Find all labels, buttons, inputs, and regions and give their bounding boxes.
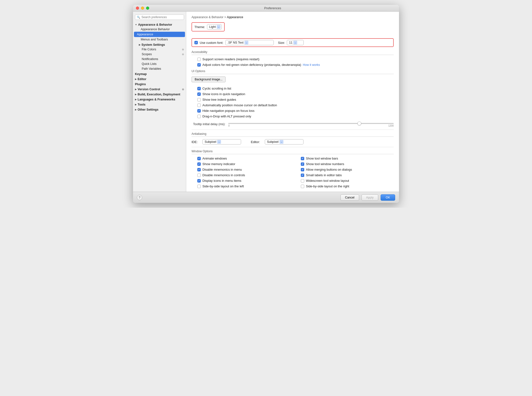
- sidebar-item-system-settings[interactable]: ▶ System Settings: [133, 42, 186, 47]
- widescreen-layout-row: Widescreen tool window layout: [295, 179, 394, 183]
- ok-button[interactable]: OK: [381, 194, 395, 201]
- tooltip-label: Tooltip initial delay (ms):: [192, 122, 225, 126]
- animate-windows-checkbox[interactable]: [197, 157, 201, 160]
- titlebar: Preferences: [133, 5, 399, 12]
- show-memory-checkbox[interactable]: [197, 162, 201, 166]
- size-select[interactable]: 11 ⌄: [287, 40, 304, 45]
- tooltip-slider-thumb[interactable]: [357, 122, 361, 125]
- sidebar-item-file-colors[interactable]: File Colors ⊕: [133, 47, 186, 52]
- size-chevron-icon[interactable]: ⌄: [293, 41, 297, 45]
- sidebar-item-plugins[interactable]: Plugins: [133, 81, 186, 86]
- font-chevron-icon[interactable]: ⌄: [244, 41, 248, 45]
- theme-row: Theme: Light ⌄: [192, 22, 225, 31]
- small-labels-row: Small labels in editor tabs: [295, 173, 394, 177]
- main-area: 🔍 ▼ Appearance & Behavior Appearance Beh…: [133, 12, 399, 192]
- how-it-works-link[interactable]: How it works: [303, 63, 320, 67]
- sidebar-item-build-exec-deploy-label: Build, Execution, Deployment: [138, 93, 180, 96]
- small-labels-checkbox[interactable]: [301, 174, 304, 177]
- footer-left: ?: [137, 195, 142, 200]
- display-icons-menu-checkbox[interactable]: [197, 179, 201, 183]
- window-options-section-title: Window Options: [192, 150, 394, 154]
- apply-button[interactable]: Apply: [362, 194, 378, 201]
- hide-nav-popups-row: Hide navigation popups on focus loss: [192, 109, 394, 113]
- tree-indent-checkbox[interactable]: [197, 98, 201, 101]
- minimize-button[interactable]: [141, 7, 144, 10]
- ide-antialias-chevron-icon[interactable]: ⌄: [217, 140, 221, 144]
- tooltip-slider-fill: [228, 123, 357, 124]
- side-by-side-left-row: Side-by-side layout on the left: [192, 184, 290, 188]
- show-tool-numbers-checkbox[interactable]: [301, 162, 304, 166]
- sidebar-item-other-settings[interactable]: ▶ Other Settings: [133, 107, 186, 112]
- hide-nav-popups-checkbox[interactable]: [197, 109, 201, 113]
- side-by-side-right-checkbox[interactable]: [301, 185, 304, 188]
- tooltip-slider-container: 0 1200: [228, 121, 394, 127]
- screen-readers-checkbox[interactable]: [197, 58, 201, 61]
- sidebar-item-editor[interactable]: ▶ Editor: [133, 76, 186, 81]
- footer-right: Cancel Apply OK: [340, 194, 395, 201]
- cyclic-scrolling-checkbox[interactable]: [197, 87, 201, 90]
- cancel-button[interactable]: Cancel: [340, 194, 359, 201]
- window-title: Preferences: [149, 6, 396, 10]
- sidebar-item-appearance-behavior-sub[interactable]: Appearance Behavior: [133, 27, 186, 32]
- sidebar-item-version-control-label: Version Control: [138, 88, 160, 91]
- breadcrumb-separator: >: [224, 15, 226, 19]
- theme-value: Light: [209, 25, 216, 29]
- sidebar-item-path-variables[interactable]: Path Variables: [133, 66, 186, 71]
- sidebar-item-notifications[interactable]: Notifications: [133, 57, 186, 61]
- widescreen-layout-checkbox[interactable]: [301, 179, 304, 183]
- auto-position-mouse-label: Automatically position mouse cursor on d…: [202, 103, 277, 107]
- ide-label: IDE:: [192, 140, 198, 144]
- tree-indent-label: Show tree indent guides: [202, 98, 236, 101]
- auto-position-mouse-checkbox[interactable]: [197, 104, 201, 107]
- chevron-right-icon: ▶: [139, 44, 140, 46]
- color-deficiency-checkbox[interactable]: [197, 63, 201, 67]
- use-custom-font-checkbox[interactable]: [194, 41, 198, 44]
- help-button[interactable]: ?: [137, 195, 142, 200]
- sidebar-item-version-control[interactable]: ▶ Version Control ⊕: [133, 86, 186, 91]
- editor-antialias-chevron-icon[interactable]: ⌄: [280, 140, 283, 144]
- search-input[interactable]: [141, 15, 182, 19]
- background-image-button[interactable]: Background Image...: [192, 76, 226, 82]
- sidebar-item-languages-frameworks[interactable]: ▶ Languages & Frameworks: [133, 97, 186, 102]
- maximize-button[interactable]: [146, 7, 149, 10]
- sidebar: 🔍 ▼ Appearance & Behavior Appearance Beh…: [133, 12, 186, 192]
- sidebar-item-appearance[interactable]: Appearance: [134, 32, 185, 37]
- ide-antialias-value: Subpixel: [205, 140, 216, 144]
- show-tool-bars-checkbox[interactable]: [301, 157, 304, 160]
- sidebar-item-appearance-behavior[interactable]: ▼ Appearance & Behavior: [133, 22, 186, 27]
- chevron-down-icon: ▼: [135, 23, 137, 26]
- drag-n-drop-checkbox[interactable]: [197, 115, 201, 118]
- side-by-side-right-row: Side-by-side layout on the right: [295, 184, 394, 188]
- sidebar-item-keymap[interactable]: Keymap: [133, 71, 186, 76]
- font-section: Use custom font: .SF NS Text ⌄ Size: 11 …: [192, 38, 394, 47]
- chevron-right-icon-5: ▶: [135, 98, 137, 101]
- sidebar-item-menus-toolbars[interactable]: Menus and Toolbars: [133, 37, 186, 42]
- window-options-left: Animate windows Show memory indicator Di…: [192, 157, 290, 190]
- disable-mnemonics-controls-checkbox[interactable]: [197, 174, 201, 177]
- theme-select[interactable]: Light ⌄: [207, 24, 222, 30]
- disable-mnemonics-menu-checkbox[interactable]: [197, 168, 201, 171]
- sidebar-item-plugins-label: Plugins: [135, 83, 146, 86]
- footer: ? Cancel Apply OK: [133, 192, 399, 203]
- search-box[interactable]: 🔍: [135, 15, 184, 20]
- sidebar-item-scopes[interactable]: Scopes ⊕: [133, 52, 186, 57]
- side-by-side-left-checkbox[interactable]: [197, 185, 201, 188]
- allow-merging-buttons-checkbox[interactable]: [301, 168, 304, 171]
- ide-antialias-select[interactable]: Subpixel ⌄: [202, 139, 241, 145]
- tree-indent-row: Show tree indent guides: [192, 98, 394, 101]
- tooltip-slider-track[interactable]: [228, 123, 394, 124]
- close-button[interactable]: [136, 7, 139, 10]
- show-icons-nav-checkbox[interactable]: [197, 92, 201, 96]
- display-icons-menu-label: Display icons in menu items: [202, 179, 241, 183]
- sidebar-item-build-exec-deploy[interactable]: ▶ Build, Execution, Deployment: [133, 91, 186, 97]
- editor-antialias-select[interactable]: Subpixel ⌄: [265, 139, 303, 145]
- allow-merging-buttons-label: Allow merging buttons on dialogs: [306, 168, 352, 171]
- theme-chevron-icon[interactable]: ⌄: [217, 25, 221, 29]
- sidebar-item-quick-lists[interactable]: Quick Lists: [133, 61, 186, 66]
- sidebar-item-tools[interactable]: ▶ Tools: [133, 102, 186, 107]
- font-select[interactable]: .SF NS Text ⌄: [225, 40, 274, 45]
- ui-options-section-title: UI Options: [192, 69, 394, 74]
- sidebar-item-editor-label: Editor: [138, 77, 146, 81]
- hide-nav-popups-label: Hide navigation popups on focus loss: [202, 109, 254, 113]
- auto-position-mouse-row: Automatically position mouse cursor on d…: [192, 103, 394, 107]
